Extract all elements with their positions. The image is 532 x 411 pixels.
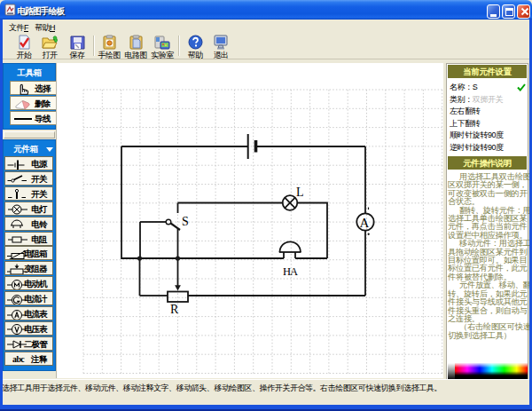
svg-text:R: R [170, 303, 179, 316]
svg-text:L: L [296, 186, 304, 199]
svg-text:S: S [182, 215, 189, 228]
svg-text:HA: HA [283, 265, 298, 278]
svg-text:A: A [360, 216, 370, 230]
